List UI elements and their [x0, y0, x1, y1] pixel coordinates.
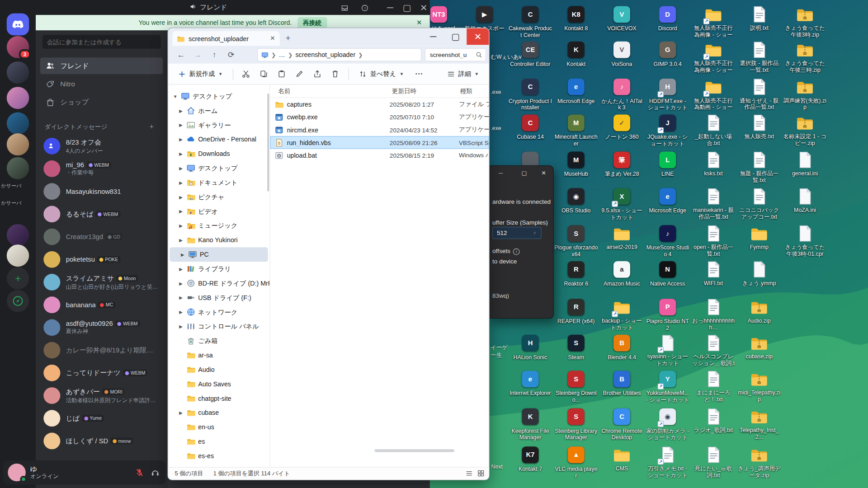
desktop-icon[interactable]: KKeepforest File Manager: [509, 408, 552, 441]
chevron-right-icon[interactable]: ▶: [178, 281, 184, 286]
explorer-close-button[interactable]: ✕: [467, 28, 489, 45]
tree-item[interactable]: ▶ピクチャ: [168, 190, 270, 204]
discord-minimize-button[interactable]: ─: [385, 3, 395, 13]
dm-item[interactable]: ほしくず / SDmeow: [39, 430, 164, 452]
tree-item[interactable]: ▶ビデオ: [168, 204, 270, 219]
view-details-button[interactable]: 詳細▼: [443, 67, 483, 81]
breadcrumb-current[interactable]: screenshot_uploader: [296, 52, 356, 58]
tree-item[interactable]: ▶OneDrive - Personal: [168, 132, 270, 147]
user-panel[interactable]: ゆ オンライン: [3, 460, 165, 485]
chevron-right-icon[interactable]: ▶: [178, 324, 184, 329]
explorer-tab[interactable]: screenshot_uploader ✕: [173, 31, 280, 46]
desktop-icon[interactable]: LLINE: [646, 151, 689, 178]
dm-item[interactable]: poketetsuPOKE: [39, 249, 164, 271]
conversation-search-input[interactable]: [42, 35, 161, 49]
file-row[interactable]: cwebp.exe2025/07/10 7:10アプリケーション: [270, 111, 489, 123]
desktop-icon[interactable]: WIFI.txt: [692, 261, 735, 287]
cut-icon[interactable]: [239, 67, 253, 81]
desktop-icon[interactable]: ✓ノートン 360: [600, 114, 643, 141]
tree-item[interactable]: chatgpt-site: [168, 391, 270, 406]
dialog-close-button[interactable]: ✕: [540, 169, 547, 177]
banner-close-icon[interactable]: ✕: [416, 19, 422, 27]
tab-close-icon[interactable]: ✕: [270, 35, 275, 42]
up-button[interactable]: ↑: [206, 47, 223, 62]
desktop-icon[interactable]: midi_Telepathy.zip: [737, 370, 781, 403]
refresh-button[interactable]: ⟳: [223, 47, 240, 62]
chevron-right-icon[interactable]: ▶: [178, 223, 184, 228]
desktop-icon[interactable]: eMicrosoft Edge: [554, 78, 598, 105]
dm-item[interactable]: banananaMC: [39, 294, 164, 316]
desktop-icon[interactable]: 説明.txt: [737, 5, 781, 32]
chevron-right-icon[interactable]: ▶: [178, 137, 184, 142]
explore-servers-button[interactable]: [7, 290, 29, 312]
server-avatar[interactable]: [7, 113, 29, 135]
desktop-icon[interactable]: ↗無人販売不正行為画像 - ショートカット: [692, 41, 735, 74]
desktop-icon[interactable]: 死にたい_ゅ歌詞.txt: [692, 446, 735, 479]
desktop-icon[interactable]: K8Kontakt 8: [554, 5, 598, 32]
chevron-right-icon[interactable]: ▶: [178, 194, 184, 199]
desktop-icon[interactable]: X↗9.5.xlsx - ショートカット: [600, 188, 643, 221]
file-row[interactable]: captures2025/08/20 1:27ファイル フォルダ: [270, 98, 489, 111]
desktop-icon[interactable]: きょう食ってた午後3時-01.cpr: [783, 225, 826, 257]
desktop-icon[interactable]: Fymmp: [737, 225, 781, 251]
dm-item[interactable]: こってりドーナツWEBM: [39, 362, 164, 384]
chevron-right-icon[interactable]: ▶: [178, 238, 184, 243]
desktop-icon[interactable]: 通知うぜえ - 親作品一覧.txt: [737, 78, 781, 111]
desktop-icon[interactable]: 選択肢 - 親作品一覧.txt: [737, 41, 781, 74]
forward-button[interactable]: →: [189, 47, 206, 62]
tree-item[interactable]: ar-sa: [168, 348, 270, 362]
back-button[interactable]: ←: [173, 47, 189, 62]
desktop-icon[interactable]: MoZA.ini: [783, 188, 826, 214]
chevron-right-icon[interactable]: ▶: [178, 122, 184, 127]
chevron-right-icon[interactable]: ▶: [178, 410, 184, 415]
tree-item[interactable]: ▶ドキュメント: [168, 175, 270, 190]
desktop-icon[interactable]: きょう食ってた午後三時.zip: [783, 41, 826, 74]
buffer-size-select[interactable]: 512▼: [492, 227, 542, 239]
dm-item[interactable]: Masayukisnow831: [39, 180, 164, 202]
tree-item[interactable]: ▶ライブラリ: [168, 262, 270, 276]
server-avatar[interactable]: [7, 61, 29, 84]
chevron-right-icon[interactable]: ▶: [180, 252, 185, 257]
explorer-search-box[interactable]: [425, 48, 486, 61]
desktop-icon[interactable]: ヘルスコンプレッション＿歌詞.txt: [692, 334, 735, 367]
sidebar-item-nitro[interactable]: Nitro: [40, 76, 163, 93]
desktop-icon[interactable]: eMicrosoft Edge: [646, 188, 689, 214]
tree-item[interactable]: ▶デスクトップ: [168, 161, 270, 175]
tree-item[interactable]: ▶ネットワーク: [168, 305, 270, 319]
tree-item[interactable]: ▶Downloads: [168, 146, 270, 161]
desktop-icon[interactable]: ニコニコバックアップコー.txt: [737, 188, 781, 220]
dialog-minimize-button[interactable]: ─: [497, 169, 505, 177]
desktop-icon[interactable]: BBlender 4.4: [600, 334, 643, 361]
file-row[interactable]: Srun_hidden.vbs2025/08/09 21:26VBScript …: [270, 136, 489, 149]
chevron-right-icon[interactable]: ▶: [178, 209, 184, 214]
dm-item[interactable]: スライムアミサMoon山田と山田が好き(山田リョウと笑う4体…: [39, 271, 164, 293]
tree-item[interactable]: ▶ホーム: [168, 103, 270, 118]
explorer-maximize-button[interactable]: ▢: [444, 28, 467, 45]
info-icon[interactable]: i: [513, 248, 520, 255]
sort-button[interactable]: 並べ替え▼: [354, 67, 408, 81]
help-icon[interactable]: ?: [359, 3, 369, 13]
headphones-icon[interactable]: [150, 467, 161, 478]
desktop-icon[interactable]: ↗無人販売不正行為動画 - ショートカット: [692, 78, 735, 111]
add-server-button[interactable]: ＋: [7, 267, 29, 289]
chevron-right-icon[interactable]: ▶: [178, 267, 184, 272]
tree-item[interactable]: Auto Saves: [168, 377, 270, 391]
desktop-icon[interactable]: 調声練習(失敗).zip: [783, 78, 826, 111]
desktop-icon[interactable]: CChrome Remote Desktop: [600, 408, 643, 441]
desktop-icon[interactable]: RREAPER (x64): [554, 298, 598, 325]
discord-close-button[interactable]: ✕: [419, 3, 429, 13]
desktop-icon[interactable]: ◉OBS Studio: [554, 188, 598, 214]
tree-item[interactable]: ▶BD-RE ドライブ (D:) MrPC2: [168, 276, 270, 291]
tree-scrollbar[interactable]: [267, 94, 269, 192]
desktop-icon[interactable]: J↗JQuake.exe - ショートカット: [646, 114, 689, 147]
column-header-date[interactable]: 更新日時: [392, 87, 416, 95]
discord-home-button[interactable]: [7, 13, 29, 35]
desktop-icon[interactable]: open - 親作品一覧.txt: [692, 225, 735, 257]
dm-item[interactable]: Creator13gdGD: [39, 226, 164, 248]
server-avatar[interactable]: [7, 87, 29, 109]
server-avatar[interactable]: [7, 157, 29, 179]
desktop-icon[interactable]: eInternet Explorer: [509, 370, 552, 397]
chevron-right-icon[interactable]: ▶: [178, 108, 184, 113]
desktop-icon[interactable]: MMuseHub: [554, 151, 598, 178]
desktop-icon[interactable]: きょう.ymmp: [737, 261, 781, 287]
